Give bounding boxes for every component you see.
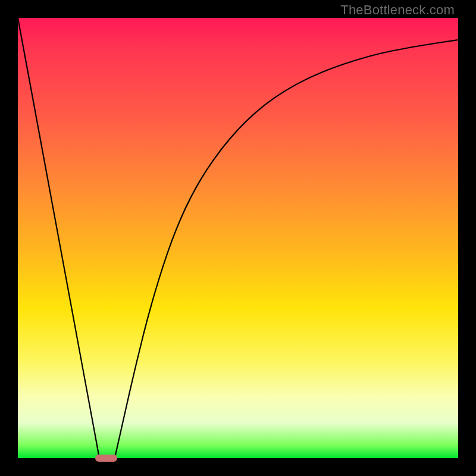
watermark-text: TheBottleneck.com — [340, 2, 455, 18]
bottleneck-curve — [18, 18, 458, 458]
optimal-range-marker — [95, 455, 117, 462]
curve-right-branch — [115, 40, 458, 458]
curve-left-branch — [18, 18, 99, 458]
chart-frame: TheBottleneck.com — [0, 0, 476, 476]
plot-area — [18, 18, 458, 458]
